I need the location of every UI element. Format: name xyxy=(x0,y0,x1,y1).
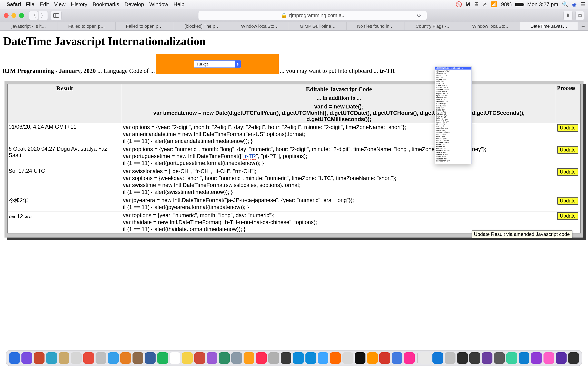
dock-app-icon[interactable] xyxy=(379,352,390,364)
dock-app-icon[interactable] xyxy=(46,352,57,364)
menu-help[interactable]: Help xyxy=(173,1,184,8)
menu-bookmarks[interactable]: Bookmarks xyxy=(93,1,119,8)
dock-app-icon[interactable] xyxy=(83,352,94,364)
language-select[interactable]: Türkçe ▲▼ xyxy=(194,60,241,68)
dock-app-icon[interactable] xyxy=(519,352,529,364)
dock-app-icon[interactable] xyxy=(21,352,32,364)
dock-app-icon[interactable] xyxy=(506,352,517,364)
dock-app-icon[interactable] xyxy=(145,352,156,364)
dock-app-icon[interactable] xyxy=(9,352,20,364)
dock-app-icon[interactable] xyxy=(108,352,119,364)
tab-6[interactable]: No files found in… xyxy=(347,22,405,30)
tab-8[interactable]: Window localSto… xyxy=(462,22,520,30)
show-all-tabs-button[interactable]: ⧉ xyxy=(575,11,584,20)
menu-develop[interactable]: Develop xyxy=(125,1,144,8)
dock-app-icon[interactable] xyxy=(231,352,242,364)
update-button[interactable]: Update xyxy=(557,212,578,220)
bluetooth-icon[interactable]: ✳︎ xyxy=(483,1,487,8)
close-window-button[interactable] xyxy=(4,13,9,18)
dock-app-icon[interactable] xyxy=(420,352,431,364)
reload-icon[interactable]: ⟳ xyxy=(417,12,421,18)
minimize-window-button[interactable] xyxy=(11,13,16,18)
dock-app-icon[interactable] xyxy=(293,352,303,364)
dock-app-icon[interactable] xyxy=(330,352,341,364)
dock-app-icon[interactable] xyxy=(59,352,69,364)
tab-7[interactable]: Country Flags -… xyxy=(405,22,462,30)
chevron-updown-icon: ▲▼ xyxy=(235,60,241,67)
dock-app-icon[interactable] xyxy=(556,352,566,364)
dock-app-icon[interactable] xyxy=(243,352,254,364)
back-button[interactable]: 〈 xyxy=(29,11,38,20)
code-cell-2[interactable]: var swisslocales = ["de-CH", "fr-CH", "i… xyxy=(122,167,556,196)
dock-app-icon[interactable] xyxy=(342,352,353,364)
dock-app-icon[interactable] xyxy=(457,352,468,364)
dock-app-icon[interactable] xyxy=(268,352,279,364)
m-icon[interactable]: M xyxy=(466,1,470,8)
dock-app-icon[interactable] xyxy=(404,352,415,364)
dock-app-icon[interactable] xyxy=(207,352,217,364)
locale-list-item: Ukrain. "uk" xyxy=(436,156,471,158)
dock-app-icon[interactable] xyxy=(367,352,378,364)
code-cell-0[interactable]: var options = {year: "2-digit", month: "… xyxy=(122,123,556,145)
dock-app-icon[interactable] xyxy=(157,352,168,364)
update-button[interactable]: Update xyxy=(557,197,578,205)
zoom-window-button[interactable] xyxy=(19,13,24,18)
notification-center-icon[interactable]: ☰ xyxy=(580,1,585,8)
dock-app-icon[interactable] xyxy=(432,352,443,364)
tab-4[interactable]: Window localSto… xyxy=(231,22,289,30)
update-button[interactable]: Update xyxy=(557,146,578,154)
dock-app-icon[interactable] xyxy=(120,352,131,364)
dock-app-icon[interactable] xyxy=(132,352,143,364)
dock-app-icon[interactable] xyxy=(445,352,455,364)
dock-app-icon[interactable] xyxy=(469,352,480,364)
code-cell-3[interactable]: var jpyearera = new Intl.DateTimeFormat(… xyxy=(122,196,556,211)
forward-button[interactable]: 〉 xyxy=(39,11,48,20)
menu-history[interactable]: History xyxy=(71,1,87,8)
dock-app-icon[interactable] xyxy=(219,352,229,364)
tab-0[interactable]: javascript - Is it… xyxy=(0,22,58,30)
dock-app-icon[interactable] xyxy=(392,352,402,364)
dock-app-icon[interactable] xyxy=(482,352,493,364)
sidebar-toggle-button[interactable] xyxy=(51,11,62,20)
update-button[interactable]: Update xyxy=(557,124,578,132)
dock-app-icon[interactable] xyxy=(34,352,44,364)
macos-menubar: Safari File Edit View History Bookmarks … xyxy=(0,0,588,9)
dock-app-icon[interactable] xyxy=(494,352,505,364)
share-button[interactable]: ⇪ xyxy=(563,11,572,20)
dock-app-icon[interactable] xyxy=(318,352,328,364)
siri-icon[interactable]: ◉ xyxy=(572,1,577,8)
dock-app-icon[interactable] xyxy=(71,352,81,364)
wifi-icon[interactable]: 📶 xyxy=(491,1,497,8)
tab-3[interactable]: [blocked] The p… xyxy=(173,22,231,30)
new-tab-button[interactable]: ＋ xyxy=(578,22,588,30)
dock-app-icon[interactable] xyxy=(568,352,579,364)
dock-app-icon[interactable] xyxy=(355,352,365,364)
dock-app-icon[interactable] xyxy=(544,352,554,364)
dock-app-icon[interactable] xyxy=(281,352,291,364)
daemon-icon[interactable]: 🚫 xyxy=(456,1,462,8)
menu-view[interactable]: View xyxy=(54,1,66,8)
dock-app-icon[interactable] xyxy=(194,352,205,364)
display-icon[interactable]: 🖥 xyxy=(474,1,479,8)
dock-app-icon[interactable] xyxy=(170,352,180,364)
tab-5[interactable]: GIMP Guillotine… xyxy=(289,22,347,30)
menu-edit[interactable]: Edit xyxy=(40,1,49,8)
code-cell-4[interactable]: var toptions = {year: "numeric", month: … xyxy=(122,211,556,233)
address-bar[interactable]: 🔒 rjmprogramming.com.au ⟳ xyxy=(198,11,427,20)
menu-file[interactable]: File xyxy=(26,1,34,8)
tab-2[interactable]: Failed to open p… xyxy=(116,22,173,30)
dock-app-icon[interactable] xyxy=(531,352,542,364)
app-name[interactable]: Safari xyxy=(7,1,21,8)
tab-1[interactable]: Failed to open p… xyxy=(58,22,116,30)
update-button[interactable]: Update xyxy=(557,168,578,175)
dock-app-icon[interactable] xyxy=(182,352,192,364)
dock-app-icon[interactable] xyxy=(95,352,106,364)
tab-9[interactable]: DateTime Javas… xyxy=(520,22,578,30)
clock[interactable]: Mon 3:27 pm xyxy=(527,1,558,8)
code-cell-1[interactable]: var poptions = {year: "numeric", month: … xyxy=(122,145,556,167)
dock-app-icon[interactable] xyxy=(305,352,316,364)
spotlight-icon[interactable]: 🔍 xyxy=(562,1,568,8)
menu-window[interactable]: Window xyxy=(149,1,168,8)
dock-app-icon[interactable] xyxy=(256,352,267,364)
battery-icon[interactable] xyxy=(515,3,523,6)
